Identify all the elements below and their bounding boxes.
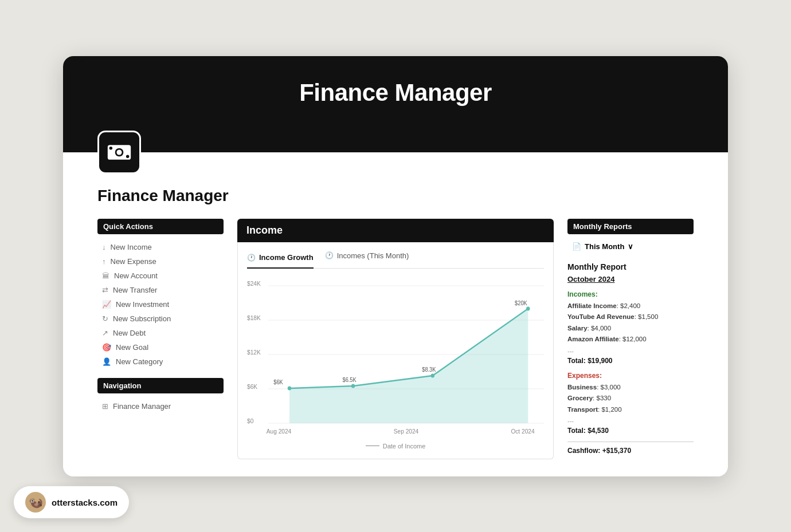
sidebar-item-label: New Subscription xyxy=(113,314,171,323)
chart-legend: Date of Income xyxy=(247,443,544,450)
sidebar-item-label: New Investment xyxy=(116,300,169,309)
svg-point-4 xyxy=(126,155,130,158)
chart-legend-label: Date of Income xyxy=(383,443,426,450)
header-title: Finance Manager xyxy=(75,79,716,107)
expenses-total: Total: $4,530 xyxy=(567,427,694,435)
cashflow-line xyxy=(567,442,694,442)
sidebar-item-new-transfer[interactable]: ⇄ New Transfer xyxy=(97,283,224,297)
quick-actions-header: Quick Actions xyxy=(97,219,224,234)
sidebar-item-label: New Expense xyxy=(111,257,156,266)
cash-icon xyxy=(97,131,141,174)
chart-tabs: 🕐 Income Growth 🕐 Incomes (This Month) xyxy=(247,251,544,269)
income-item-salary: Salary: $4,000 xyxy=(567,323,694,334)
sidebar-item-new-debt[interactable]: ↗ New Debt xyxy=(97,326,224,340)
header: Finance Manager xyxy=(63,56,728,152)
svg-point-20 xyxy=(288,386,291,390)
svg-text:$6K: $6K xyxy=(247,383,257,389)
income-item-affiliate: Affiliate Income: $2,400 xyxy=(567,301,694,312)
sidebar-item-label: New Income xyxy=(111,243,152,251)
incomes-divider: --- xyxy=(567,348,694,354)
investment-icon: 📈 xyxy=(102,300,111,309)
bank-icon: 🏛 xyxy=(102,271,109,280)
svg-point-21 xyxy=(351,384,355,388)
up-arrow-icon: ↑ xyxy=(102,257,106,266)
transfer-icon: ⇄ xyxy=(102,286,108,294)
avatar: 🦦 xyxy=(25,492,46,513)
sidebar-item-new-investment[interactable]: 📈 New Investment xyxy=(97,297,224,312)
tab-label: Income Growth xyxy=(259,253,314,262)
expense-item-transport: Transport: $1,200 xyxy=(567,404,694,416)
cash-svg-icon xyxy=(107,140,132,165)
svg-text:$0: $0 xyxy=(247,417,253,424)
tab-label: Incomes (This Month) xyxy=(337,251,409,260)
income-section-title: Income xyxy=(237,219,554,242)
footer-site: otterstacks.com xyxy=(52,498,118,507)
chart-container: 🕐 Income Growth 🕐 Incomes (This Month) $… xyxy=(237,242,554,459)
svg-point-3 xyxy=(109,146,113,149)
svg-text:$6.5K: $6.5K xyxy=(343,376,357,383)
tab-incomes-this-month[interactable]: 🕐 Incomes (This Month) xyxy=(325,251,409,263)
chart-area: $24K $18K $12K $6K $0 xyxy=(247,278,544,438)
svg-text:$24K: $24K xyxy=(247,279,261,286)
navigation-header: Navigation xyxy=(97,378,224,393)
sidebar-item-label: New Goal xyxy=(116,343,148,352)
sidebar: Quick Actions ↓ New Income ↑ New Expense… xyxy=(97,219,224,459)
app-window: Finance Manager Finance Manager Quick Ac… xyxy=(63,56,728,476)
sidebar-item-label: New Category xyxy=(116,357,163,366)
svg-text:Sep 2024: Sep 2024 xyxy=(394,427,419,434)
chevron-down-icon: ∨ xyxy=(628,242,633,251)
svg-point-23 xyxy=(526,306,530,310)
svg-text:$20K: $20K xyxy=(515,300,527,306)
income-item-youtube: YouTube Ad Revenue: $1,500 xyxy=(567,312,694,323)
svg-text:Aug 2024: Aug 2024 xyxy=(267,427,292,434)
footer-watermark: 🦦 otterstacks.com xyxy=(14,486,129,518)
svg-text:$6K: $6K xyxy=(273,379,283,385)
expense-item-grocery: Grocery: $330 xyxy=(567,393,694,404)
expenses-section-title: Expenses: xyxy=(567,372,694,380)
sidebar-item-new-goal[interactable]: 🎯 New Goal xyxy=(97,340,224,354)
svg-marker-15 xyxy=(289,309,528,423)
svg-text:$8.3K: $8.3K xyxy=(422,366,436,372)
income-chart-svg: $24K $18K $12K $6K $0 xyxy=(247,278,544,438)
sidebar-item-new-subscription[interactable]: ↻ New Subscription xyxy=(97,312,224,326)
sidebar-item-new-expense[interactable]: ↑ New Expense xyxy=(97,254,224,269)
page-body: Finance Manager Quick Actions ↓ New Inco… xyxy=(63,152,728,476)
this-month-button[interactable]: 📄 This Month ∨ xyxy=(567,240,694,253)
report-title: Monthly Report xyxy=(567,262,694,271)
expenses-divider: --- xyxy=(567,417,694,424)
svg-text:$12K: $12K xyxy=(247,348,261,355)
clock-icon-2: 🕐 xyxy=(325,251,334,259)
tab-income-growth[interactable]: 🕐 Income Growth xyxy=(247,251,314,269)
svg-text:$18K: $18K xyxy=(247,314,261,321)
debt-icon: ↗ xyxy=(102,329,108,337)
nav-finance-icon: ⊞ xyxy=(102,402,108,411)
three-column-layout: Quick Actions ↓ New Income ↑ New Expense… xyxy=(97,219,694,459)
sidebar-item-new-category[interactable]: 👤 New Category xyxy=(97,354,224,369)
category-icon: 👤 xyxy=(102,357,111,366)
this-month-label: This Month xyxy=(585,242,624,251)
sidebar-item-new-account[interactable]: 🏛 New Account xyxy=(97,269,224,283)
sidebar-item-label: New Account xyxy=(114,271,158,280)
income-panel: Income 🕐 Income Growth 🕐 Incomes (This M… xyxy=(237,219,554,459)
sidebar-item-label: New Debt xyxy=(113,329,146,337)
legend-line-icon xyxy=(366,446,379,446)
sidebar-item-label: New Transfer xyxy=(113,286,157,294)
sidebar-item-new-income[interactable]: ↓ New Income xyxy=(97,240,224,254)
income-item-amazon: Amazon Affiliate: $12,000 xyxy=(567,334,694,345)
page-title: Finance Manager xyxy=(97,187,694,205)
file-icon: 📄 xyxy=(572,242,581,251)
svg-point-2 xyxy=(116,149,122,155)
sidebar-item-finance-manager[interactable]: ⊞ Finance Manager xyxy=(97,399,224,413)
incomes-total: Total: $19,900 xyxy=(567,357,694,365)
svg-point-22 xyxy=(431,373,434,377)
svg-text:Oct 2024: Oct 2024 xyxy=(511,427,534,434)
sidebar-item-label: Finance Manager xyxy=(113,402,171,411)
subscription-icon: ↻ xyxy=(102,314,108,323)
down-arrow-icon: ↓ xyxy=(102,243,106,251)
monthly-reports-header: Monthly Reports xyxy=(567,219,694,234)
clock-icon: 🕐 xyxy=(247,254,256,262)
incomes-section-title: Incomes: xyxy=(567,290,694,298)
cashflow-value: Cashflow: +$15,370 xyxy=(567,447,694,455)
goal-icon: 🎯 xyxy=(102,343,111,352)
expense-item-business: Business: $3,000 xyxy=(567,382,694,393)
